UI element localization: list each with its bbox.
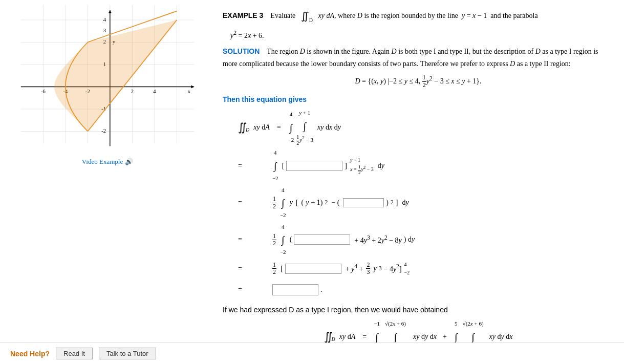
graph-svg: -6 -4 -2 2 4 x -2 -1 1 2 y 4 3 (13, 5, 202, 154)
svg-text:x: x (188, 89, 191, 94)
svg-text:4: 4 (103, 17, 106, 23)
region-definition: D = {(x, y) |−2 ≤ y ≤ 4, 12y2 − 3 ≤ x ≤ … (223, 74, 614, 89)
blank-2 (343, 198, 384, 207)
svg-text:-2: -2 (101, 128, 106, 134)
problem-text: xy dA (318, 12, 334, 19)
step-row-2: = 4 ∫ −2 [ ] y + 1 x = 12y2 − 3 dy (238, 148, 614, 183)
blank-1 (286, 161, 342, 171)
step-row-3: = 12 4 ∫ −2 y [ (y + 1)2 − ( )2 ] dy (238, 186, 614, 220)
footer-bar: Need Help? Read It Talk to a Tutor (0, 342, 624, 364)
solution-text: SOLUTION The region D is shown in the fi… (223, 46, 614, 70)
if-text: If we had expressed D as a type I region… (223, 304, 614, 315)
svg-text:-6: -6 (41, 89, 46, 94)
svg-marker-16 (109, 10, 112, 13)
svg-text:2: 2 (131, 89, 134, 94)
problem-desc: , where D is the region bounded by the l… (334, 12, 538, 19)
evaluate-text: Evaluate (270, 12, 295, 19)
blank-5 (272, 284, 318, 295)
double-integral-symbol: ∬D (301, 10, 313, 22)
blank-3 (294, 234, 350, 245)
graph-container: -6 -4 -2 2 4 x -2 -1 1 2 y 4 3 (13, 5, 202, 154)
problem-eq: y2 = 2x + 6. (230, 29, 614, 41)
example-header: EXAMPLE 3 Evaluate ∬D xy dA, where D is … (223, 8, 614, 25)
read-it-button[interactable]: Read It (56, 348, 93, 359)
video-example-label: Video Example (82, 158, 123, 166)
then-text: Then this equation gives (223, 94, 614, 105)
step-row-4: = 12 4 ∫ −2 ( + 4y3 + 2y2 − 8y ) dy (238, 223, 614, 257)
step-row-6: = . (238, 281, 614, 299)
svg-marker-15 (191, 85, 194, 89)
talk-to-tutor-button[interactable]: Talk to a Tutor (99, 348, 156, 359)
step-row-5: = 12 [ + y4 + 23 y3 − 4y2] 4 −2 (238, 260, 614, 278)
svg-text:3: 3 (103, 28, 106, 33)
svg-text:4: 4 (153, 89, 156, 94)
right-panel: EXAMPLE 3 Evaluate ∬D xy dA, where D is … (215, 0, 624, 342)
solution-label: SOLUTION (223, 47, 260, 55)
blank-4 (285, 264, 341, 274)
video-example-link[interactable]: Video Example 🔊 (82, 158, 133, 166)
type1-integral: ∬D xy dA = −1 ∫ −3 √(2x + 6) ∫ −√(2x + 6… (223, 319, 614, 342)
solution-body: The region D is shown in the figure. Aga… (223, 48, 598, 68)
integral-equations: ∬D xy dA = 4 ∫ −2 y + 1 ∫ 12y2 − 3 xy dx… (238, 109, 614, 299)
example-label: EXAMPLE 3 (223, 11, 263, 19)
speaker-icon: 🔊 (125, 158, 133, 166)
need-help-label: Need Help? (10, 350, 50, 358)
step-row-1: ∬D xy dA = 4 ∫ −2 y + 1 ∫ 12y2 − 3 xy dx… (238, 109, 614, 146)
left-panel: -6 -4 -2 2 4 x -2 -1 1 2 y 4 3 (0, 0, 215, 342)
